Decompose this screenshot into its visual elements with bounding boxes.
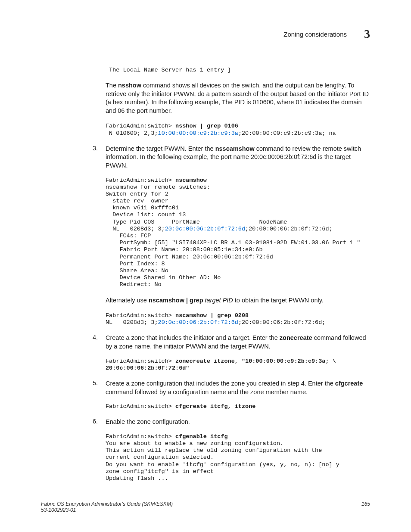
cfgenable-code: FabricAdmin:switch> cfgenable itcfg You … [106,433,370,482]
output: Redirect: No [106,281,162,288]
nscamshow-code: FabricAdmin:switch> nscamshow nscamshow … [106,177,370,289]
step-number: 3. [93,145,106,173]
prompt: FabricAdmin:switch> [106,403,175,410]
page-header: Zoning considerations 3 [41,27,370,41]
output: NL 0208d3; 3; [106,226,165,232]
output: Type Pid COS PortName NodeName [106,219,287,225]
command: nscamshow | grep 0208 [175,312,249,319]
output: Fabric Port Name: 20:08:00:05:1e:34:e0:6… [106,246,263,253]
wwn-link[interactable]: 20:0c:00:06:2b:0f:72:6d [165,226,245,232]
text: Alternately use [106,297,149,304]
text: Create a zone that includes the initiato… [106,334,280,341]
output: ;20:00:00:06:2b:0f:72:6d; [238,319,326,326]
output: NL 0208d3; 3; [106,319,158,326]
text: to obtain the target PWWN only. [233,297,324,304]
alternate-paragraph: Alternately use nscamshow | grep target … [106,296,370,305]
page-footer: Fabric OS Encryption Administrator's Gui… [41,501,370,513]
output: current configuration selected. [106,454,214,460]
placeholder: target PID [205,297,233,304]
nscamshow-grep-code: FabricAdmin:switch> nscamshow | grep 020… [106,312,370,326]
prompt: FabricAdmin:switch> [106,433,175,440]
step3-text: Determine the target PWWN. Enter the nss… [106,145,370,170]
wwn-link[interactable]: 20:0c:00:06:2b:0f:72:6d [158,319,238,326]
command: nsshow | grep 0106 [175,123,238,129]
command-name: nscamshow | grep [149,297,205,304]
command: nscamshow [175,177,207,184]
wwn-link[interactable]: 10:00:00:00:c9:2b:c9:3a [158,130,238,137]
cfgcreate-code: FabricAdmin:switch> cfgcreate itcfg, itz… [106,403,370,410]
output: nscamshow for remote switches: [106,184,210,190]
step-number: 6. [93,418,106,429]
output: This action will replace the old zoning … [106,447,322,454]
step5-text: Create a zone configuration that include… [106,380,370,396]
output: Permanent Port Name: 20:0c:00:06:2b:0f:7… [106,254,273,260]
command-name: cfgcreate [335,380,363,387]
prompt: FabricAdmin:switch> [106,358,175,364]
output: ;20:00:00:06:2b:0f:72:6d; [245,226,333,232]
output: Updating flash ... [106,475,168,482]
text: Create a zone configuration that include… [106,380,335,387]
output: known v611 0xfffc01 [106,205,179,211]
header-title: Zoning considerations [283,31,347,38]
prompt: FabricAdmin:switch> [106,312,175,319]
output: N 010600; 2,3; [106,130,158,137]
text: The [106,82,118,89]
output: state rev owner [106,198,168,204]
output: PortSymb: [55] "LSI7404XP-LC BR A.1 03-0… [106,240,360,246]
step6-text: Enable the zone configuration. [106,418,370,426]
text: Determine the target PWWN. Enter the [106,145,215,152]
text: Enable the zone configuration. [106,418,190,425]
intro-code: The Local Name Server has 1 entry } [106,67,370,74]
command-name: nsshow [118,82,141,89]
prompt: FabricAdmin:switch> [106,123,175,129]
page-number: 165 [361,501,370,513]
output: FC4s: FCP [106,233,151,239]
footer-title: Fabric OS Encryption Administrator's Gui… [41,501,173,507]
step-number: 5. [93,380,106,399]
output: Device Shared in Other AD: No [106,274,221,281]
command-name: nsscamshow [215,145,255,152]
output: ;20:00:00:00:c9:2b:c9:3a; na [238,130,336,137]
output: Switch entry for 2 [106,191,168,197]
footer-docnum: 53-1002923-01 [41,507,173,513]
text: command shows all devices on the switch,… [106,82,369,114]
nsshow-code: FabricAdmin:switch> nsshow | grep 0106 N… [106,123,370,137]
output: Port Index: 8 [106,261,165,267]
step-number: 4. [93,334,106,353]
output: Share Area: No [106,268,168,274]
chapter-number: 3 [364,27,370,41]
output: zone config"itcfg" is in effect [106,468,214,475]
prompt: FabricAdmin:switch> [106,177,175,184]
nsshow-paragraph: The nsshow command shows all devices on … [106,81,370,115]
output: Device list: count 13 [106,212,186,218]
text: command followed by a configuration name… [106,389,308,395]
command: cfgcreate itcfg, itzone [175,403,255,410]
zonecreate-code: FabricAdmin:switch> zonecreate itzone, "… [106,358,370,372]
step4-text: Create a zone that includes the initiato… [106,334,370,351]
command: cfgenable itcfg [175,433,228,440]
output: Do you want to enable 'itcfg' configurat… [106,461,339,468]
output: You are about to enable a new zoning con… [106,440,283,447]
command-name: zonecreate [280,334,312,341]
